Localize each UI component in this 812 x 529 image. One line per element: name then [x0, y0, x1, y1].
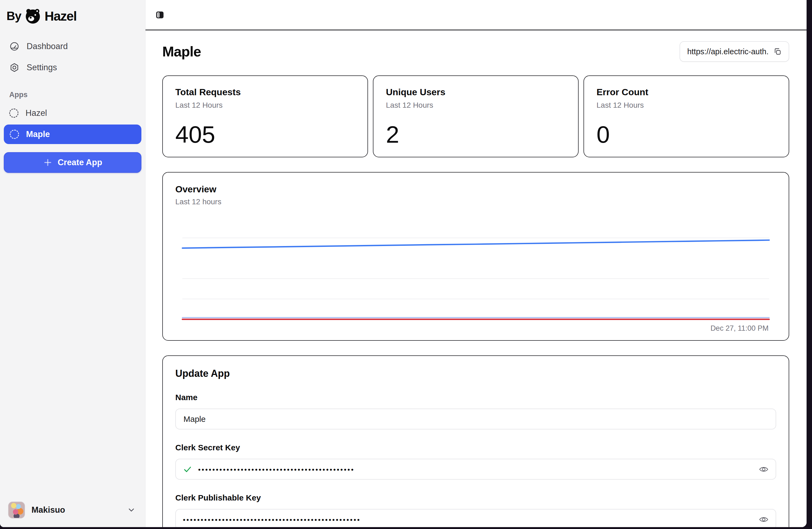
- overview-card: Overview Last 12 hours Dec 27, 11:00 PM: [162, 172, 789, 341]
- sidebar: By Hazel: [0, 0, 145, 527]
- stat-title: Error Count: [596, 87, 776, 98]
- publishable-key-label: Clerk Publishable Key: [175, 493, 776, 502]
- api-url-text: https://api.electric-auth.: [687, 47, 769, 56]
- create-app-button[interactable]: Create App: [4, 152, 141, 173]
- page-content: Maple https://api.electric-auth. Total R…: [145, 30, 807, 527]
- user-name: Makisuo: [31, 505, 65, 515]
- copy-icon[interactable]: [773, 47, 782, 56]
- stat-subtitle: Last 12 Hours: [596, 101, 776, 109]
- plus-icon: [43, 158, 53, 167]
- secret-key-field-group: Clerk Secret Key •••••••••••••••••••••••…: [175, 443, 776, 480]
- app-placeholder-icon: [10, 130, 19, 139]
- name-field-group: Name: [175, 393, 776, 429]
- update-app-title: Update App: [175, 368, 776, 379]
- main-area: Maple https://api.electric-auth. Total R…: [145, 0, 807, 527]
- stats-row: Total Requests Last 12 Hours 405 Unique …: [162, 75, 789, 157]
- stat-card-unique-users: Unique Users Last 12 Hours 2: [373, 75, 579, 157]
- secret-key-label: Clerk Secret Key: [175, 443, 776, 452]
- stat-subtitle: Last 12 Hours: [175, 101, 355, 109]
- stat-value: 405: [175, 123, 355, 146]
- chart-canvas: [183, 218, 769, 319]
- stat-title: Total Requests: [175, 87, 355, 98]
- publishable-key-field-group: Clerk Publishable Key ••••••••••••••••••…: [175, 493, 776, 527]
- stat-card-total-requests: Total Requests Last 12 Hours 405: [162, 75, 368, 157]
- check-icon: [183, 465, 192, 474]
- sidebar-item-label: Settings: [27, 63, 57, 72]
- brand-name: Hazel: [44, 9, 76, 24]
- brand: By Hazel: [0, 6, 145, 36]
- toggle-publishable-visibility-button[interactable]: [759, 515, 769, 524]
- publishable-key-input[interactable]: ••••••••••••••••••••••••••••••••••••••••…: [175, 509, 776, 527]
- nut-icon: [9, 62, 19, 73]
- sidebar-toggle-button[interactable]: [156, 11, 164, 19]
- secret-key-input[interactable]: ••••••••••••••••••••••••••••••••••••••••…: [175, 459, 776, 480]
- apps-section-label: Apps: [0, 78, 145, 103]
- create-app-label: Create App: [58, 158, 102, 167]
- update-app-card: Update App Name Clerk Secret Key •••••••…: [162, 355, 789, 527]
- api-url-field[interactable]: https://api.electric-auth.: [680, 41, 789, 62]
- user-avatar: [8, 502, 25, 518]
- name-label: Name: [175, 393, 776, 402]
- sidebar-item-settings[interactable]: Settings: [0, 57, 145, 78]
- overview-subtitle: Last 12 hours: [175, 197, 776, 206]
- sidebar-app-label: Hazel: [26, 108, 47, 118]
- topbar: [145, 0, 807, 30]
- stat-subtitle: Last 12 Hours: [386, 101, 566, 109]
- chevron-down-icon: [127, 505, 136, 515]
- sidebar-app-label: Maple: [26, 129, 50, 139]
- chart-x-tick-label: Dec 27, 11:00 PM: [183, 324, 769, 333]
- masked-secret-value: ••••••••••••••••••••••••••••••••••••••••…: [198, 465, 355, 474]
- brand-prefix: By: [6, 9, 21, 23]
- gauge-icon: [9, 41, 19, 52]
- stat-value: 2: [386, 123, 566, 146]
- toggle-secret-visibility-button[interactable]: [759, 465, 769, 474]
- sidebar-item-dashboard[interactable]: Dashboard: [0, 36, 145, 57]
- overview-title: Overview: [175, 184, 776, 194]
- masked-publishable-value: ••••••••••••••••••••••••••••••••••••••••…: [183, 515, 361, 524]
- name-input[interactable]: [175, 409, 776, 429]
- user-menu[interactable]: Makisuo: [0, 495, 145, 527]
- stat-title: Unique Users: [386, 87, 566, 98]
- overview-line-chart: Dec 27, 11:00 PM: [183, 218, 769, 333]
- app-placeholder-icon: [9, 108, 18, 118]
- sidebar-app-maple[interactable]: Maple: [4, 124, 141, 144]
- stat-value: 0: [596, 123, 776, 146]
- app-window: By Hazel: [0, 0, 807, 527]
- sidebar-app-hazel[interactable]: Hazel: [0, 103, 145, 123]
- hazel-bear-logo-icon: [25, 8, 41, 24]
- stat-card-error-count: Error Count Last 12 Hours 0: [583, 75, 789, 157]
- sidebar-item-label: Dashboard: [27, 42, 68, 51]
- page-title: Maple: [162, 43, 201, 60]
